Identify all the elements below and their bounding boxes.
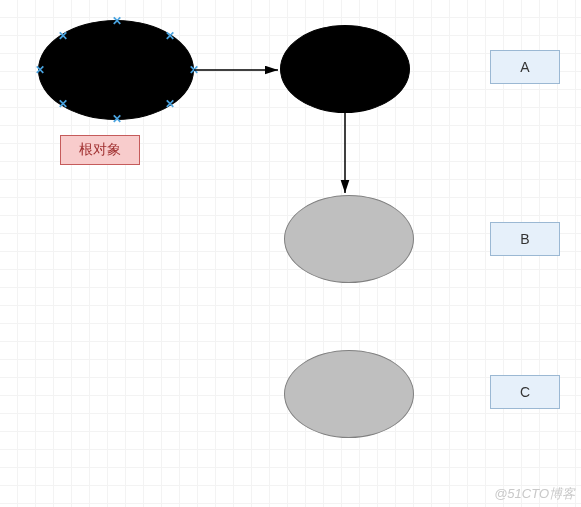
node-a[interactable] [280, 25, 410, 113]
node-root[interactable]: ✕ ✕ ✕ ✕ ✕ ✕ ✕ ✕ [38, 20, 194, 120]
selection-handle: ✕ [165, 31, 174, 40]
node-c[interactable] [284, 350, 414, 438]
label-c-text: C [520, 384, 530, 400]
selection-handle: ✕ [35, 66, 44, 75]
label-box-c[interactable]: C [490, 375, 560, 409]
label-a-text: A [520, 59, 529, 75]
label-box-a[interactable]: A [490, 50, 560, 84]
node-b[interactable] [284, 195, 414, 283]
node-root-label[interactable]: 根对象 [60, 135, 140, 165]
selection-handle: ✕ [58, 31, 67, 40]
selection-handle: ✕ [189, 66, 198, 75]
diagram-canvas[interactable]: ✕ ✕ ✕ ✕ ✕ ✕ ✕ ✕ 根对象 A B C @51CTO博客 [0, 0, 581, 507]
selection-handle: ✕ [112, 17, 121, 26]
label-b-text: B [520, 231, 529, 247]
watermark: @51CTO博客 [494, 485, 575, 503]
selection-handle: ✕ [112, 115, 121, 124]
label-box-b[interactable]: B [490, 222, 560, 256]
selection-handle: ✕ [165, 100, 174, 109]
root-label-text: 根对象 [79, 141, 121, 159]
selection-handle: ✕ [58, 100, 67, 109]
